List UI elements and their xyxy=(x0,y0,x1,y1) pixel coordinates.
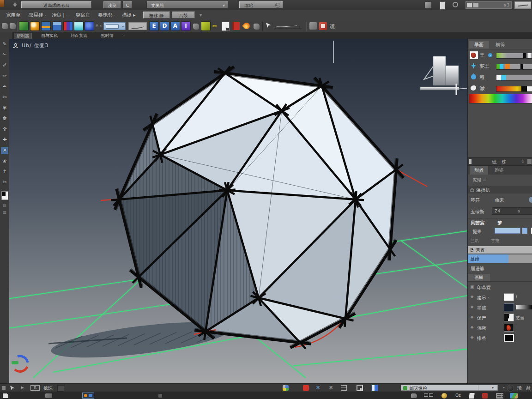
menu-item-1[interactable]: 宽甪至 xyxy=(6,12,21,18)
tool-icon[interactable]: ✝ xyxy=(1,168,8,175)
status-square-icon[interactable] xyxy=(2,386,6,390)
taskbar-app-icon-1[interactable] xyxy=(45,393,52,398)
diameter-icon[interactable]: ⌀ xyxy=(522,159,524,163)
mid-row-d-field[interactable]: Z4 a xyxy=(492,207,532,215)
brush-preview-field[interactable] xyxy=(128,22,147,30)
tool-icon[interactable]: ✚ xyxy=(1,136,8,144)
expand-icon[interactable] xyxy=(357,385,363,391)
layout-blue-icon[interactable] xyxy=(371,385,378,391)
menu-item-3[interactable]: 冶良 | · xyxy=(52,12,68,18)
menu-button-2[interactable]: 吕鼓 xyxy=(172,12,195,18)
tray-icon-coin[interactable] xyxy=(441,393,447,399)
selection-mode-dropdown[interactable]: ▾ xyxy=(103,22,126,30)
refresh-orb-icon[interactable] xyxy=(507,385,514,392)
tool-i-icon[interactable]: I xyxy=(181,22,190,30)
channel-1-slider[interactable] xyxy=(496,53,532,58)
app-title-button[interactable]: 逅岛乕隅る吕 xyxy=(21,1,91,8)
channels-icon[interactable] xyxy=(64,22,73,30)
select-cursor-icon[interactable] xyxy=(10,386,15,390)
tray-icon-blob[interactable] xyxy=(411,393,417,398)
doc-tab-2[interactable]: 自与实私 xyxy=(39,33,60,38)
tool-icon[interactable]: ✕ xyxy=(1,147,8,154)
panel-toggle-icon[interactable] xyxy=(440,1,445,10)
header-end-box[interactable] xyxy=(527,159,532,164)
list-row-5[interactable]: ❖ 排些 xyxy=(468,333,532,343)
menu-button-1[interactable]: 栅移 静 xyxy=(143,12,170,18)
leaf-icon[interactable] xyxy=(201,22,210,30)
droplet-icon[interactable] xyxy=(470,73,478,81)
menu-item-6[interactable]: 描捉 ▸ xyxy=(122,12,136,18)
tool-d-icon[interactable]: D xyxy=(160,22,169,30)
list-row-2[interactable]: ❖ 翠彼 xyxy=(468,303,532,312)
list-row-4[interactable]: ❖ 混密 xyxy=(468,323,532,332)
color-swatch-pair[interactable] xyxy=(1,191,8,200)
mid-tab-2[interactable]: 跑瓷 xyxy=(490,166,508,175)
white-swatch[interactable] xyxy=(504,293,514,301)
menu-item-4[interactable]: 突扆庄 xyxy=(76,12,91,18)
status-dark-icon[interactable] xyxy=(57,385,64,392)
title-dropdown-1[interactable]: 丈薁竾 ▾ xyxy=(147,1,228,8)
download-arrow-icon[interactable] xyxy=(13,3,17,7)
doc-tab-1[interactable]: 斯利器 xyxy=(14,33,32,39)
paint-swatch-icon[interactable] xyxy=(470,51,478,59)
tool-e-icon[interactable]: E xyxy=(150,22,158,30)
tab-more[interactable]: · xyxy=(121,33,127,38)
tool-icon[interactable]: ✄ xyxy=(1,94,8,101)
segment-swatch-1[interactable] xyxy=(467,3,472,7)
tray-icon-desks[interactable] xyxy=(424,393,434,398)
tool-icon[interactable]: ✽ xyxy=(1,115,8,122)
scissors-blue-icon[interactable]: ✕ xyxy=(316,385,320,391)
cursor-icon[interactable] xyxy=(266,23,271,28)
viewport[interactable]: 义Ub/ 位登3 xyxy=(9,39,467,383)
mini-button-1[interactable]: 浅良 xyxy=(103,1,121,8)
search-field[interactable]: 邮宊纵检 ▾ xyxy=(401,385,498,391)
list-row-1[interactable]: ❖ 建吊 : f xyxy=(468,293,532,302)
workspace-segment-control[interactable]: a 3 xyxy=(466,1,512,9)
redo-icon[interactable] xyxy=(10,23,16,29)
taskbar-app-icon-2[interactable] xyxy=(158,394,162,398)
viewport-label[interactable]: 义Ub/ 位登3 xyxy=(13,42,48,49)
scene-icon[interactable] xyxy=(19,22,28,30)
undo-icon[interactable] xyxy=(2,23,8,29)
frame-tool-icon[interactable]: 几 xyxy=(30,385,40,391)
chevron-down-icon[interactable]: ▾ xyxy=(492,386,494,390)
camera-icon[interactable] xyxy=(53,22,61,30)
tool-icon[interactable]: ✏ xyxy=(1,73,8,80)
star-icon[interactable] xyxy=(471,63,477,69)
channel-2-slider[interactable] xyxy=(496,64,532,69)
position-header[interactable]: ◔ 营置 xyxy=(468,246,532,254)
row-after-highlight[interactable]: 届进婆 xyxy=(468,265,532,272)
material-icon[interactable] xyxy=(30,22,39,30)
settings-icon[interactable] xyxy=(425,2,431,8)
strip-mini-icon-2[interactable]: ▥ xyxy=(2,210,7,215)
red-stop-icon[interactable] xyxy=(303,385,309,391)
mid-row-a[interactable]: 泥湖 = xyxy=(468,177,532,184)
explorer-icon[interactable] xyxy=(3,393,8,398)
tool-icon[interactable]: ✁ xyxy=(1,51,8,59)
title-dropdown-2[interactable]: 璢珆 C xyxy=(239,1,283,8)
page-icon[interactable] xyxy=(222,22,230,31)
toggle-knob[interactable] xyxy=(529,197,532,203)
record-red-icon[interactable] xyxy=(319,22,327,30)
mini-button-2[interactable]: C xyxy=(123,1,132,8)
slider-handle[interactable] xyxy=(520,64,523,69)
slider-handle-white[interactable] xyxy=(528,53,531,58)
rp-tab-2[interactable]: 横得 xyxy=(490,41,510,48)
blob-icon[interactable] xyxy=(471,85,476,91)
alt-cursor-icon[interactable] xyxy=(21,386,25,390)
tool-icon[interactable]: ❀ xyxy=(1,157,8,165)
snapshot-icon[interactable] xyxy=(309,22,317,30)
doc-tab-4[interactable]: 熙时情 xyxy=(99,33,116,38)
channel-3-slider[interactable] xyxy=(496,75,532,80)
render-icon[interactable] xyxy=(42,22,50,30)
list-row-3[interactable]: ❖ 保产 芝当 xyxy=(468,313,532,322)
mid-row-b[interactable]: 凸 温拙扒 xyxy=(468,186,532,193)
navy-swatch[interactable] xyxy=(504,303,514,311)
tool-icon[interactable]: ✂ xyxy=(1,179,8,186)
opacity-slider-step[interactable] xyxy=(522,228,527,234)
black-swatch[interactable] xyxy=(504,334,514,342)
book-icon[interactable] xyxy=(232,22,240,30)
menu-item-5[interactable]: 要饱邻 · xyxy=(98,12,115,18)
close-gray-icon[interactable]: ✕ xyxy=(329,385,333,391)
viewport-canvas[interactable] xyxy=(9,39,467,383)
